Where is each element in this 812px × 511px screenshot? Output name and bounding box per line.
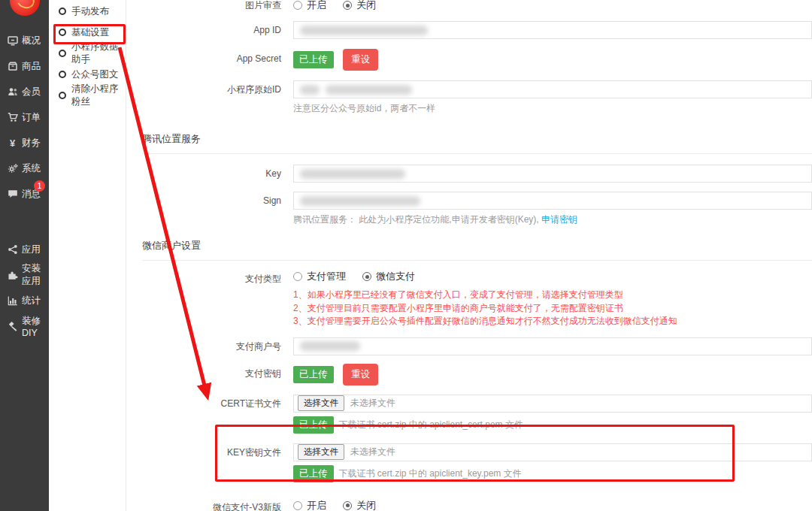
section-title-wechat-merchant: 微信商户设置	[142, 239, 812, 261]
message-count-badge: 1	[34, 180, 45, 192]
sidebar-item-finance[interactable]: ¥ 财务	[0, 130, 49, 156]
redacted-value	[300, 85, 320, 95]
row-key: Key	[127, 165, 812, 183]
apply-key-link[interactable]: 申请密钥	[541, 214, 577, 225]
wxpay-v3-close-radio[interactable]: 关闭	[343, 499, 376, 511]
row-app-secret: App Secret 已上传 重设	[127, 49, 812, 71]
key-file-note: 下载证书 cert.zip 中的 apiclient_key.pem 文件	[339, 467, 522, 480]
radio-ring-icon	[59, 50, 66, 57]
origin-id-input[interactable]	[293, 80, 812, 98]
app-secret-uploaded-button[interactable]: 已上传	[293, 51, 334, 68]
image-review-close-radio[interactable]: 关闭	[343, 0, 376, 12]
pay-secret-reset-button[interactable]: 重设	[343, 364, 378, 386]
cert-file-note: 下载证书 cert.zip 中的 apiclient_cert.pem 文件	[339, 419, 523, 431]
gears-icon	[7, 163, 18, 174]
sidebar-item-install-apps[interactable]: 安装应用	[0, 262, 49, 288]
field-label: 支付密钥	[127, 364, 293, 383]
pay-type-manage-radio[interactable]: 支付管理	[293, 270, 346, 283]
main-sidebar: 概况 商品 会员 订单 ¥ 财务	[0, 0, 49, 511]
sidebar-item-label: 安装应用	[22, 262, 49, 288]
sidebar-item-label: 财务	[22, 137, 41, 150]
pay-type-wechat-radio[interactable]: 微信支付	[362, 270, 415, 283]
cart-icon	[7, 112, 18, 123]
sign-hint: 腾讯位置服务： 此处为小程序定位功能,申请开发者密钥(Key), 申请密钥	[293, 213, 812, 225]
sidebar-item-members[interactable]: 会员	[0, 79, 49, 104]
settings-submenu: 手动发布 基础设置 小程序数据助手 公众号图文 清除小程序粉丝	[49, 0, 126, 511]
wxpay-v3-open-radio[interactable]: 开启	[293, 499, 326, 511]
redacted-value	[300, 169, 405, 179]
members-icon	[7, 86, 18, 98]
field-label: 微信支付-V3新版	[127, 499, 293, 511]
submenu-item-official-account-articles[interactable]: 公众号图文	[49, 64, 126, 85]
redacted-value	[300, 341, 360, 351]
store-logo[interactable]	[10, 0, 40, 16]
yen-icon: ¥	[7, 138, 18, 149]
row-merchant-no: 支付商户号	[127, 337, 812, 355]
radio-ring-icon	[59, 8, 66, 15]
sidebar-item-label: 系统	[22, 162, 41, 175]
cert-uploaded-badge: 已上传	[293, 416, 334, 434]
submenu-item-manual-publish[interactable]: 手动发布	[49, 1, 126, 22]
submenu-item-miniprogram-data-helper[interactable]: 小程序数据助手	[49, 43, 126, 64]
sidebar-item-decorate-diy[interactable]: 装修DIY	[0, 313, 49, 339]
app-id-input[interactable]	[293, 21, 812, 39]
row-app-id: App ID	[127, 21, 812, 39]
row-origin-id: 小程序原始ID 注意区分公众号原始id，两者不一样	[127, 80, 812, 114]
row-cert-file: CERT证书文件 选择文件 未选择文件 已上传 下载证书 cert.zip 中的…	[127, 395, 812, 434]
field-label: 图片审查	[127, 0, 293, 14]
sidebar-item-system[interactable]: 系统	[0, 156, 49, 181]
settings-form: 图片审查 开启 关闭 App ID App Secret 已上传 重设 小程序原…	[127, 0, 812, 511]
field-label: Sign	[127, 192, 293, 210]
sidebar-item-label: 订单	[22, 111, 41, 124]
key-choose-file-button[interactable]: 选择文件	[298, 444, 344, 460]
cert-choose-file-button[interactable]: 选择文件	[298, 395, 344, 411]
row-sign: Sign 腾讯位置服务： 此处为小程序定位功能,申请开发者密钥(Key), 申请…	[127, 192, 812, 225]
field-label: KEY密钥文件	[127, 443, 293, 461]
sidebar-item-orders[interactable]: 订单	[0, 104, 49, 130]
pay-secret-uploaded-button[interactable]: 已上传	[293, 366, 334, 383]
section-title-tencent-location: 腾讯位置服务	[142, 132, 812, 154]
submenu-item-clear-miniprogram-fans[interactable]: 清除小程序粉丝	[49, 85, 126, 106]
chat-icon	[7, 189, 18, 200]
sidebar-item-messages[interactable]: 消息 1	[0, 181, 49, 207]
row-wxpay-v3: 微信支付-V3新版 开启 关闭 提示： 当前设置只针对新版微信提现打款（商家转账…	[127, 499, 812, 511]
field-label: App ID	[127, 21, 293, 39]
radio-ring-icon	[59, 71, 66, 78]
location-key-input[interactable]	[293, 165, 812, 183]
submenu-item-label: 公众号图文	[71, 68, 119, 81]
pay-type-note-3: 3、支付管理需要开启公众号插件配置好微信的消息通知才行不然支付成功无法收到微信支…	[293, 315, 812, 328]
submenu-item-label: 基础设置	[71, 26, 109, 39]
chart-icon	[7, 295, 18, 307]
field-label: 小程序原始ID	[127, 80, 293, 98]
redacted-value	[300, 196, 420, 206]
field-label: CERT证书文件	[127, 395, 293, 413]
image-review-open-radio[interactable]: 开启	[293, 0, 326, 12]
puzzle-icon	[7, 270, 18, 281]
sidebar-item-label: 应用	[22, 243, 41, 256]
location-sign-input[interactable]	[293, 192, 812, 210]
cert-file-input[interactable]: 选择文件 未选择文件	[293, 395, 812, 413]
hammer-icon	[7, 321, 18, 332]
radio-ring-icon	[59, 29, 66, 36]
submenu-item-basic-settings[interactable]: 基础设置	[49, 22, 126, 43]
sidebar-item-overview[interactable]: 概况	[0, 28, 49, 53]
sidebar-item-statistics[interactable]: 统计	[0, 288, 49, 313]
row-pay-type: 支付类型 支付管理 微信支付 1、如果小程序里已经没有了微信支付入口，变成了支付…	[127, 270, 812, 328]
row-key-file: KEY密钥文件 选择文件 未选择文件 已上传 下载证书 cert.zip 中的 …	[127, 443, 812, 482]
row-pay-secret: 支付密钥 已上传 重设	[127, 364, 812, 386]
sidebar-item-goods[interactable]: 商品	[0, 53, 49, 79]
radio-ring-icon	[59, 92, 66, 99]
app-window: 概况 商品 会员 订单 ¥ 财务	[0, 0, 812, 511]
field-label: 支付商户号	[127, 337, 293, 355]
origin-id-hint: 注意区分公众号原始id，两者不一样	[293, 102, 812, 114]
redacted-value	[300, 26, 428, 35]
app-secret-reset-button[interactable]: 重设	[343, 49, 378, 71]
field-label: Key	[127, 165, 293, 183]
goods-icon	[7, 61, 18, 72]
key-file-input[interactable]: 选择文件 未选择文件	[293, 443, 812, 461]
sidebar-item-label: 概况	[22, 35, 41, 47]
merchant-no-input[interactable]	[293, 337, 812, 355]
field-label: App Secret	[127, 49, 293, 68]
sidebar-item-label: 统计	[22, 295, 41, 307]
sidebar-item-apps[interactable]: 应用	[0, 237, 49, 262]
